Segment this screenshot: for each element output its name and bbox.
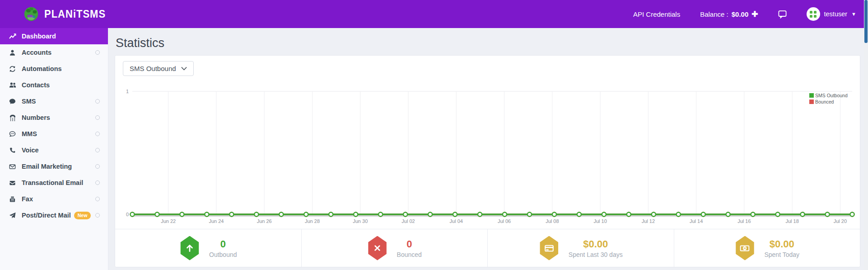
sidebar-item-email-marketing[interactable]: Email Marketing [0, 158, 108, 175]
chevron-down-icon [181, 66, 187, 71]
paper-plane-icon [9, 212, 16, 219]
expand-circle-icon [95, 115, 100, 120]
statistics-chart: 10Jun 22Jun 24Jun 26Jun 28Jun 30Jul 02Ju… [115, 76, 860, 229]
new-badge: New [74, 212, 91, 219]
stat-spent-today: 1 $0.00 Spent Today [674, 229, 860, 267]
phone-icon [9, 147, 16, 154]
svg-text:Jun 30: Jun 30 [353, 218, 368, 224]
sidebar-item-transactional-email[interactable]: Transactional Email [0, 175, 108, 191]
svg-text:Jul 06: Jul 06 [498, 218, 511, 224]
svg-text:0: 0 [126, 212, 129, 217]
svg-text:Jul 10: Jul 10 [593, 218, 607, 224]
sidebar-item-post-direct-mail[interactable]: Post/Direct Mail New [0, 207, 108, 223]
stat-spent-30-days: $0.00 Spent Last 30 days [487, 229, 674, 267]
svg-text:SMS Outbound: SMS Outbound [815, 93, 848, 98]
envelope-open-icon [9, 163, 16, 171]
user-menu[interactable]: testuser ▼ [807, 7, 856, 21]
brand-name: PLANiTSMS [44, 7, 106, 20]
comment-icon [9, 98, 16, 105]
expand-circle-icon [95, 99, 100, 104]
chat-icon[interactable] [778, 10, 787, 19]
sidebar-item-label: SMS [22, 98, 36, 105]
scrollbar-thumb[interactable] [864, 0, 868, 43]
sidebar-item-label: MMS [22, 130, 37, 137]
envelope-icon [9, 179, 16, 187]
sidebar-item-fax[interactable]: Fax [0, 191, 108, 207]
users-icon [9, 81, 16, 89]
api-credentials-link[interactable]: API Credentials [633, 10, 680, 18]
sidebar-item-sms[interactable]: SMS [0, 93, 108, 109]
svg-text:1: 1 [744, 246, 746, 250]
sidebar-item-numbers[interactable]: Numbers [0, 109, 108, 126]
svg-text:Jul 20: Jul 20 [834, 218, 847, 224]
sidebar-item-label: Email Marketing [22, 163, 72, 170]
sidebar-item-label: Transactional Email [22, 179, 83, 186]
top-bar: PLANiTSMS API Credentials Balance : $0.0… [0, 0, 868, 28]
brand-logo[interactable]: PLANiTSMS [23, 6, 106, 22]
sidebar-item-mms[interactable]: MMS [0, 126, 108, 142]
page-title: Statistics [116, 36, 860, 50]
balance-display: Balance : $0.00 ✚ [700, 10, 758, 18]
svg-text:Jul 14: Jul 14 [690, 218, 703, 224]
stat-label: Outbound [209, 251, 237, 258]
planet-logo-icon [23, 6, 39, 22]
stat-bounced: 0 Bounced [301, 229, 488, 267]
statistics-card: SMS Outbound 10Jun 22Jun 24Jun 26Jun 28J… [115, 56, 860, 267]
metric-dropdown[interactable]: SMS Outbound [123, 61, 194, 76]
add-funds-button[interactable]: ✚ [751, 10, 758, 18]
app-window: PLANiTSMS API Credentials Balance : $0.0… [0, 0, 868, 270]
stat-outbound: 0 Outbound [115, 229, 301, 267]
stat-label: Bounced [397, 251, 422, 258]
chart-line-icon [9, 33, 16, 40]
sidebar-item-label: Numbers [22, 114, 50, 121]
svg-text:Jul 18: Jul 18 [785, 218, 798, 224]
expand-circle-icon [95, 132, 100, 136]
sidebar-item-accounts[interactable]: Accounts [0, 44, 108, 61]
sidebar-item-label: Voice [22, 147, 39, 154]
sidebar-item-dashboard[interactable]: Dashboard [0, 28, 108, 44]
chart-area: 10Jun 22Jun 24Jun 26Jun 28Jun 30Jul 02Ju… [115, 76, 860, 229]
keypad-icon [9, 114, 16, 122]
user-icon [9, 49, 16, 57]
sidebar-item-voice[interactable]: Voice [0, 142, 108, 158]
svg-text:Jun 22: Jun 22 [161, 218, 176, 224]
stat-label: Spent Last 30 days [569, 251, 623, 258]
svg-text:Bounced: Bounced [815, 99, 834, 104]
expand-circle-icon [95, 50, 100, 55]
chevron-down-icon: ▼ [851, 11, 856, 17]
expand-circle-icon [95, 213, 100, 218]
svg-text:Jun 26: Jun 26 [257, 218, 272, 224]
sidebar-item-label: Post/Direct Mail [22, 212, 71, 219]
balance-label: Balance : [700, 10, 728, 18]
stat-value: $0.00 [583, 238, 608, 250]
stat-value: 0 [220, 238, 226, 250]
chart-filter-row: SMS Outbound [115, 56, 860, 76]
username: testuser [824, 10, 848, 18]
sidebar-item-label: Automations [22, 65, 62, 72]
sidebar-item-label: Dashboard [22, 33, 56, 40]
svg-text:Jul 12: Jul 12 [642, 218, 655, 224]
stat-value: $0.00 [770, 238, 794, 250]
sidebar-item-label: Fax [22, 195, 33, 203]
arrow-up-icon [179, 236, 200, 261]
main-content: Statistics SMS Outbound 10Jun 22Jun 24Ju… [108, 28, 868, 270]
sidebar: Dashboard Accounts Automation [0, 28, 108, 270]
balance-value: $0.00 [732, 10, 749, 18]
stat-label: Spent Today [764, 251, 799, 258]
sidebar-item-automations[interactable]: Automations [0, 61, 108, 77]
metric-dropdown-value: SMS Outbound [130, 65, 176, 72]
svg-text:Jun 24: Jun 24 [209, 218, 224, 224]
sidebar-item-label: Contacts [22, 81, 50, 89]
stat-value: 0 [406, 238, 412, 250]
sidebar-item-contacts[interactable]: Contacts [0, 77, 108, 93]
vertical-scrollbar[interactable] [864, 0, 868, 270]
svg-text:Jul 08: Jul 08 [546, 218, 559, 224]
fax-icon [9, 195, 16, 203]
sync-icon [9, 65, 16, 73]
svg-text:Jul 16: Jul 16 [737, 218, 751, 224]
avatar [807, 7, 820, 21]
summary-stats-row: 0 Outbound 0 Bounced [115, 229, 860, 267]
expand-circle-icon [95, 148, 100, 152]
top-nav: API Credentials Balance : $0.00 ✚ testus… [633, 7, 856, 21]
expand-circle-icon [95, 180, 100, 185]
